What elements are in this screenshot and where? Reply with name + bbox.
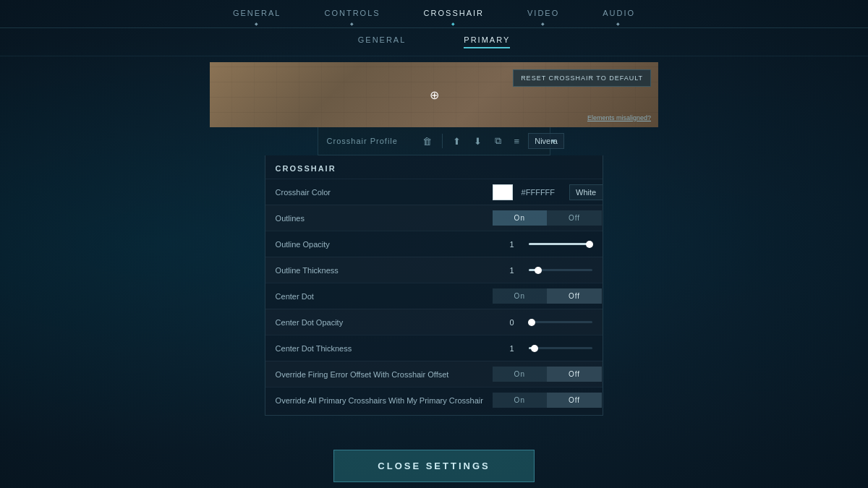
profile-bar: Crosshair Profile 🗑 ⬆ ⬇ ⧉ ≡ Nivera ▼ (318, 127, 551, 155)
color-dropdown-arrow-icon: ▼ (602, 188, 603, 197)
outline-thickness-value: 1 (493, 266, 514, 275)
color-hex-value: #FFFFFF (522, 188, 555, 197)
crosshair-color-label: Crosshair Color (276, 188, 493, 197)
profile-icons: 🗑 ⬆ ⬇ ⧉ ≡ (420, 134, 523, 148)
color-swatch[interactable] (493, 184, 513, 200)
outline-thickness-slider[interactable] (529, 269, 593, 271)
center-dot-opacity-row: Center Dot Opacity 0 (265, 309, 603, 335)
override-all-off-button[interactable]: Off (547, 393, 602, 408)
download-profile-button[interactable]: ⬇ (471, 134, 485, 148)
outline-thickness-row: Outline Thickness 1 (265, 257, 603, 283)
override-firing-error-row: Override Firing Error Offset With Crossh… (265, 361, 603, 387)
override-all-primary-row: Override All Primary Crosshairs With My … (265, 387, 603, 413)
override-firing-off-button[interactable]: Off (547, 367, 602, 382)
override-all-on-button[interactable]: On (493, 393, 547, 408)
copy-profile-button[interactable]: ⧉ (492, 134, 504, 148)
top-navigation: GENERAL CONTROLS CROSSHAIR VIDEO AUDIO (0, 0, 868, 28)
override-all-primary-label: Override All Primary Crosshairs With My … (276, 396, 493, 405)
color-name: White (576, 188, 596, 197)
reset-crosshair-button[interactable]: RESET CROSSHAIR TO DEFAULT (513, 69, 651, 87)
delete-profile-button[interactable]: 🗑 (420, 134, 435, 148)
outline-opacity-slider[interactable] (529, 243, 593, 245)
override-firing-error-label: Override Firing Error Offset With Crossh… (276, 370, 493, 379)
nav-controls[interactable]: CONTROLS (324, 9, 380, 23)
outline-thickness-label: Outline Thickness (276, 266, 493, 275)
nav-general[interactable]: GENERAL (233, 9, 281, 23)
nav-video[interactable]: VIDEO (527, 9, 559, 23)
center-dot-opacity-label: Center Dot Opacity (276, 318, 493, 327)
profile-select[interactable]: Nivera (528, 133, 564, 149)
main-content: ⊕ RESET CROSSHAIR TO DEFAULT Elements mi… (0, 56, 868, 416)
center-dot-thickness-slider[interactable] (529, 347, 593, 349)
outlines-toggle: On Off (493, 210, 603, 226)
upload-profile-button[interactable]: ⬆ (450, 134, 464, 148)
crosshair-preview: ⊕ RESET CROSSHAIR TO DEFAULT Elements mi… (210, 62, 658, 127)
spacer (265, 413, 603, 416)
center-dot-thickness-value: 1 (493, 344, 514, 353)
elements-misaligned-link[interactable]: Elements misaligned? (587, 114, 651, 121)
nav-audio[interactable]: AUDIO (603, 9, 635, 23)
outline-opacity-row: Outline Opacity 1 (265, 231, 603, 257)
center-dot-label: Center Dot (276, 292, 493, 301)
close-button-container: CLOSE SETTINGS (0, 441, 868, 488)
override-all-primary-toggle: On Off (493, 393, 603, 408)
outline-opacity-value: 1 (493, 240, 514, 249)
override-firing-on-button[interactable]: On (493, 367, 547, 382)
crosshair-section-header: CROSSHAIR (265, 155, 603, 179)
outlines-on-button[interactable]: On (493, 210, 547, 226)
crosshair-cursor: ⊕ (430, 88, 439, 102)
profile-label: Crosshair Profile (327, 137, 414, 145)
outlines-row: Outlines On Off (265, 205, 603, 231)
outlines-off-button[interactable]: Off (547, 210, 602, 226)
center-dot-thickness-row: Center Dot Thickness 1 (265, 335, 603, 361)
sub-navigation: GENERAL PRIMARY (0, 28, 868, 56)
center-dot-opacity-slider[interactable] (529, 321, 593, 323)
center-dot-row: Center Dot On Off (265, 283, 603, 309)
subnav-general[interactable]: GENERAL (358, 35, 407, 48)
center-dot-on-button[interactable]: On (493, 288, 547, 304)
outline-opacity-label: Outline Opacity (276, 240, 493, 249)
center-dot-opacity-value: 0 (493, 318, 514, 327)
close-settings-button[interactable]: CLOSE SETTINGS (333, 450, 534, 482)
settings-content: CROSSHAIR Crosshair Color #FFFFFF White … (265, 155, 604, 416)
center-dot-toggle: On Off (493, 288, 603, 304)
subnav-primary[interactable]: PRIMARY (464, 35, 510, 48)
color-name-dropdown[interactable]: White ▼ (569, 184, 603, 200)
center-dot-off-button[interactable]: Off (547, 288, 602, 304)
outlines-label: Outlines (276, 214, 493, 223)
center-dot-thickness-label: Center Dot Thickness (276, 344, 493, 353)
crosshair-color-row: Crosshair Color #FFFFFF White ▼ (265, 179, 603, 205)
filter-profile-button[interactable]: ≡ (511, 134, 523, 148)
nav-crosshair[interactable]: CROSSHAIR (424, 9, 484, 23)
separator (442, 134, 443, 148)
override-firing-error-toggle: On Off (493, 367, 603, 382)
